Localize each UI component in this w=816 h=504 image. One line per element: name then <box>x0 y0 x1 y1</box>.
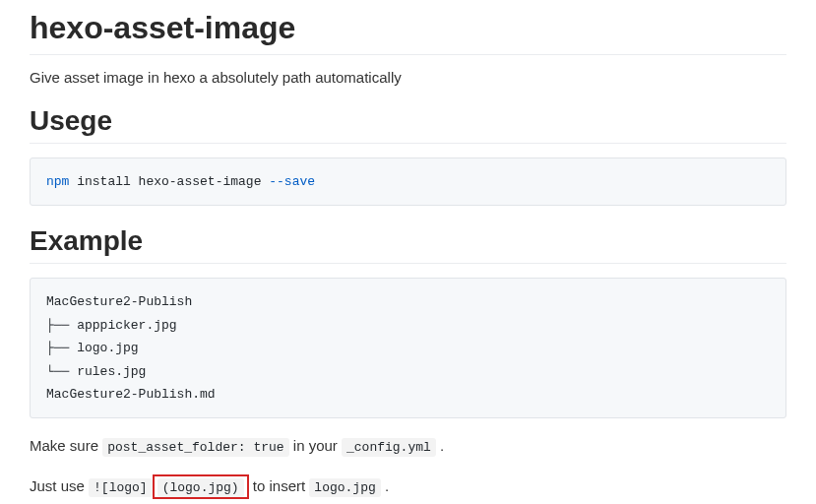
just-use-text: Just use ![logo](logo.jpg) to insert log… <box>30 474 786 499</box>
npm-command: npm <box>46 174 69 189</box>
save-flag: --save <box>269 174 315 189</box>
description-text: Give asset image in hexo a absolutely pa… <box>30 69 786 86</box>
example-heading: Example <box>30 225 786 264</box>
install-args: install hexo-asset-image <box>69 174 269 189</box>
markdown-logo-code: ![logo] <box>89 478 153 497</box>
logo-jpg-code: logo.jpg <box>309 478 380 497</box>
make-sure-text: Make sure post_asset_folder: true in you… <box>30 434 786 459</box>
just-use-pre: Just use <box>30 477 89 494</box>
just-use-mid: to insert <box>249 477 310 494</box>
logo-jpg-paren-code: (logo.jpg) <box>157 478 244 497</box>
install-code-block: npm install hexo-asset-image --save <box>30 158 786 206</box>
make-sure-pre: Make sure <box>30 437 102 454</box>
post-asset-folder-code: post_asset_folder: true <box>102 438 288 457</box>
make-sure-post: . <box>436 437 444 454</box>
make-sure-mid: in your <box>289 437 342 454</box>
tree-code-block: MacGesture2-Publish ├── apppicker.jpg ├─… <box>30 278 786 418</box>
just-use-post: . <box>381 477 389 494</box>
config-yml-code: _config.yml <box>342 438 436 457</box>
page-title: hexo-asset-image <box>30 10 786 55</box>
usage-heading: Usege <box>30 105 786 144</box>
highlight-box: (logo.jpg) <box>153 474 249 499</box>
